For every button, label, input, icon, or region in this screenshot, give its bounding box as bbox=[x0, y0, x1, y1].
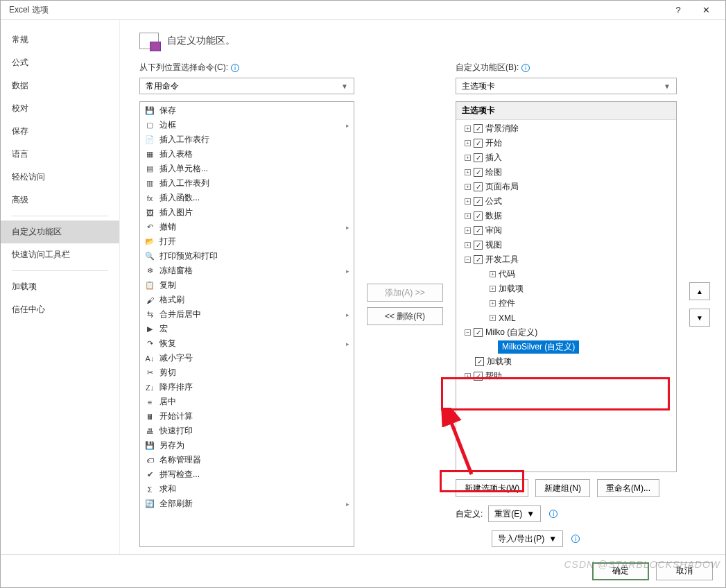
tree-item[interactable]: +公式 bbox=[456, 194, 676, 209]
sidebar-item[interactable]: 语言 bbox=[1, 143, 119, 166]
command-item[interactable]: ▶宏 bbox=[140, 322, 354, 336]
command-item[interactable]: ↷恢复▸ bbox=[140, 336, 354, 351]
expand-icon[interactable]: + bbox=[465, 169, 471, 175]
info-icon[interactable]: i bbox=[571, 535, 580, 543]
checkbox[interactable] bbox=[474, 328, 483, 337]
tree-item[interactable]: +背景消除 bbox=[456, 121, 676, 136]
command-item[interactable]: A↓减小字号 bbox=[140, 351, 354, 365]
command-item[interactable]: 📄插入工作表行 bbox=[140, 132, 354, 147]
tree-item[interactable]: +开始 bbox=[456, 136, 676, 150]
checkbox[interactable] bbox=[474, 182, 483, 191]
tree-item-selected[interactable]: MilkoSilver (自定义) bbox=[456, 340, 676, 354]
expand-icon[interactable]: + bbox=[490, 300, 496, 306]
info-icon[interactable]: i bbox=[549, 510, 558, 518]
tree-item[interactable]: +帮助 bbox=[456, 369, 676, 383]
command-item[interactable]: 🏷名称管理器 bbox=[140, 453, 354, 467]
expand-icon[interactable]: + bbox=[465, 242, 471, 248]
checkbox[interactable] bbox=[474, 255, 483, 264]
checkbox[interactable] bbox=[474, 168, 483, 177]
reset-dropdown[interactable]: 重置(E)▼ bbox=[488, 505, 541, 522]
commands-dropdown[interactable]: 常用命令▼ bbox=[139, 78, 354, 94]
checkbox[interactable] bbox=[475, 357, 484, 366]
cancel-button[interactable]: 取消 bbox=[656, 562, 713, 580]
sidebar-item[interactable]: 加载项 bbox=[1, 275, 119, 298]
expand-icon[interactable]: + bbox=[465, 184, 471, 190]
command-item[interactable]: ↶撤销▸ bbox=[140, 220, 354, 234]
new-tab-button[interactable]: 新建选项卡(W) bbox=[456, 479, 528, 497]
command-item[interactable]: Z↓降序排序 bbox=[140, 380, 354, 395]
command-item[interactable]: 💾保存 bbox=[140, 103, 354, 118]
tree-item[interactable]: 加载项 bbox=[456, 354, 676, 369]
command-item[interactable]: 🖼插入图片 bbox=[140, 205, 354, 220]
command-item[interactable]: ▥插入工作表列 bbox=[140, 176, 354, 191]
tree-item[interactable]: +加载项 bbox=[456, 282, 676, 296]
command-item[interactable]: ▤插入单元格... bbox=[140, 162, 354, 176]
checkbox[interactable] bbox=[474, 241, 483, 250]
command-item[interactable]: Σ求和 bbox=[140, 482, 354, 496]
commands-listbox[interactable]: 💾保存▢边框▸📄插入工作表行▦插入表格▤插入单元格...▥插入工作表列fx插入函… bbox=[139, 101, 354, 547]
tree-item[interactable]: +绘图 bbox=[456, 165, 676, 180]
sidebar-item[interactable]: 快速访问工具栏 bbox=[1, 243, 119, 266]
add-button[interactable]: 添加(A) >> bbox=[367, 284, 443, 302]
command-item[interactable]: ✂剪切 bbox=[140, 365, 354, 380]
tree-item[interactable]: +控件 bbox=[456, 296, 676, 311]
remove-button[interactable]: << 删除(R) bbox=[367, 307, 443, 325]
tree-item[interactable]: +视图 bbox=[456, 238, 676, 252]
checkbox[interactable] bbox=[474, 211, 483, 220]
command-item[interactable]: ✔拼写检查... bbox=[140, 467, 354, 482]
sidebar-item[interactable]: 公式 bbox=[1, 51, 119, 74]
command-item[interactable]: ≡居中 bbox=[140, 395, 354, 409]
command-item[interactable]: 🖌格式刷 bbox=[140, 293, 354, 307]
ribbon-tree[interactable]: 主选项卡 +背景消除+开始+插入+绘图+页面布局+公式+数据+审阅+视图−开发工… bbox=[456, 101, 677, 472]
expand-icon[interactable]: + bbox=[465, 140, 471, 146]
move-up-button[interactable]: ▲ bbox=[689, 282, 710, 300]
command-item[interactable]: ❄冻结窗格▸ bbox=[140, 263, 354, 278]
close-button[interactable]: ✕ bbox=[692, 5, 720, 15]
move-down-button[interactable]: ▼ bbox=[689, 309, 710, 327]
command-item[interactable]: fx插入函数... bbox=[140, 191, 354, 205]
tree-item[interactable]: +数据 bbox=[456, 209, 676, 223]
info-icon[interactable]: i bbox=[521, 64, 530, 72]
sidebar-item[interactable]: 高级 bbox=[1, 189, 119, 211]
command-item[interactable]: ▦插入表格 bbox=[140, 147, 354, 162]
checkbox[interactable] bbox=[474, 153, 483, 162]
command-item[interactable]: ▢边框▸ bbox=[140, 118, 354, 132]
tree-item[interactable]: +插入 bbox=[456, 150, 676, 165]
checkbox[interactable] bbox=[474, 226, 483, 235]
checkbox[interactable] bbox=[474, 139, 483, 148]
expand-icon[interactable]: + bbox=[465, 373, 471, 379]
sidebar-item[interactable]: 自定义功能区 bbox=[1, 220, 119, 243]
sidebar-item[interactable]: 数据 bbox=[1, 74, 119, 97]
command-item[interactable]: 🔄全部刷新▸ bbox=[140, 496, 354, 511]
checkbox[interactable] bbox=[474, 197, 483, 206]
command-item[interactable]: 🔍打印预览和打印 bbox=[140, 249, 354, 263]
ribbon-dropdown[interactable]: 主选项卡▼ bbox=[456, 78, 677, 94]
expand-icon[interactable]: − bbox=[465, 257, 471, 263]
command-item[interactable]: 🖩开始计算 bbox=[140, 409, 354, 424]
command-item[interactable]: 💾另存为 bbox=[140, 438, 354, 453]
tree-item[interactable]: −Milko (自定义) bbox=[456, 325, 676, 340]
tree-item[interactable]: +审阅 bbox=[456, 223, 676, 238]
expand-icon[interactable]: + bbox=[490, 271, 496, 277]
tree-item[interactable]: +代码 bbox=[456, 267, 676, 282]
import-export-dropdown[interactable]: 导入/导出(P)▼ bbox=[492, 530, 563, 547]
command-item[interactable]: 📂打开 bbox=[140, 234, 354, 249]
sidebar-item[interactable]: 信任中心 bbox=[1, 298, 119, 321]
expand-icon[interactable]: + bbox=[490, 315, 496, 321]
help-button[interactable]: ? bbox=[664, 5, 692, 15]
sidebar-item[interactable]: 校对 bbox=[1, 97, 119, 120]
tree-item[interactable]: +XML bbox=[456, 311, 676, 325]
sidebar-item[interactable]: 保存 bbox=[1, 120, 119, 143]
expand-icon[interactable]: + bbox=[465, 213, 471, 219]
tree-item[interactable]: +页面布局 bbox=[456, 180, 676, 194]
tree-item[interactable]: −开发工具 bbox=[456, 252, 676, 267]
expand-icon[interactable]: − bbox=[465, 329, 471, 336]
command-item[interactable]: 🖶快速打印 bbox=[140, 424, 354, 438]
expand-icon[interactable]: + bbox=[490, 286, 496, 292]
checkbox[interactable] bbox=[474, 372, 483, 381]
new-group-button[interactable]: 新建组(N) bbox=[535, 479, 590, 497]
expand-icon[interactable]: + bbox=[465, 198, 471, 205]
expand-icon[interactable]: + bbox=[465, 227, 471, 234]
rename-button[interactable]: 重命名(M)... bbox=[597, 479, 659, 497]
sidebar-item[interactable]: 轻松访问 bbox=[1, 166, 119, 189]
